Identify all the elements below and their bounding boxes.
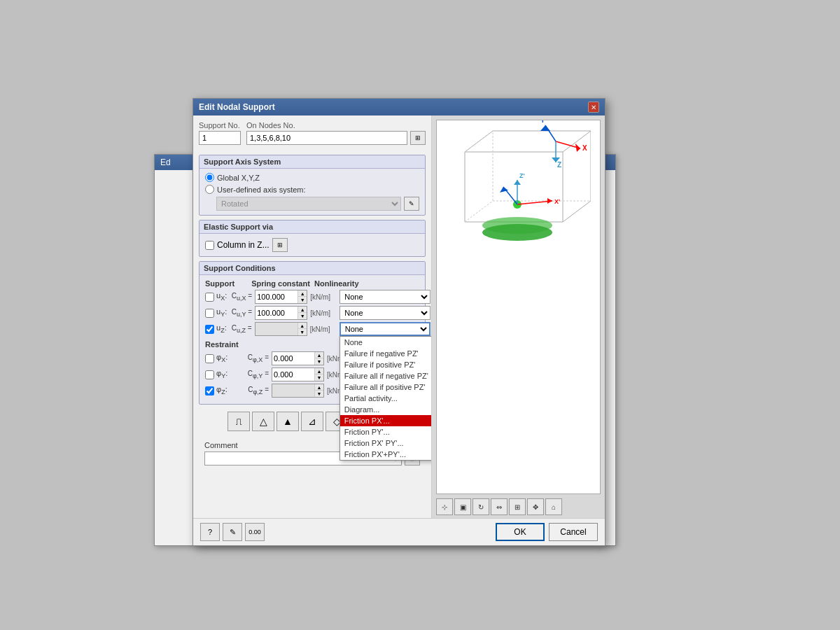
global-axis-row: Global X,Y,Z bbox=[205, 173, 419, 182]
support-conditions-title: Support Conditions bbox=[200, 262, 425, 275]
header-spring: Spring constant bbox=[247, 279, 314, 288]
uy-spin-down[interactable]: ▼ bbox=[298, 313, 307, 319]
support-no-input[interactable] bbox=[199, 131, 241, 145]
ux-checkbox[interactable] bbox=[205, 293, 214, 302]
uy-nonlin-select[interactable]: None bbox=[340, 306, 430, 320]
tool-btn-4[interactable]: ⊿ bbox=[301, 412, 323, 431]
ux-spring-value[interactable] bbox=[255, 290, 298, 303]
phix-check-label: φX: bbox=[205, 353, 244, 363]
svg-line-25 bbox=[517, 201, 552, 204]
help-button[interactable]: ? bbox=[200, 523, 220, 541]
uz-nonlin-select[interactable]: None bbox=[340, 322, 430, 336]
nonlin-item-fail-all-neg-pz[interactable]: Failure all if negative PZ' bbox=[340, 370, 431, 382]
uy-spin-up[interactable]: ▲ bbox=[298, 307, 307, 313]
cancel-button[interactable]: Cancel bbox=[549, 523, 598, 541]
ux-nonlin-select[interactable]: None bbox=[340, 290, 430, 304]
phiy-spin-down[interactable]: ▼ bbox=[315, 374, 323, 381]
vp-btn-rotate[interactable]: ↻ bbox=[472, 498, 489, 515]
nodes-picker-button[interactable]: ⊞ bbox=[410, 131, 426, 145]
nonlin-item-friction-py[interactable]: Friction PY'... bbox=[340, 426, 431, 438]
uy-label: uY: bbox=[216, 307, 227, 318]
uz-spinners: ▲ ▼ bbox=[298, 323, 307, 335]
user-axis-radio[interactable] bbox=[205, 185, 214, 194]
zero-button[interactable]: 0.00 bbox=[245, 523, 265, 541]
phiz-checkbox[interactable] bbox=[205, 386, 214, 396]
tool-btn-2[interactable]: △ bbox=[252, 412, 274, 431]
ok-button[interactable]: OK bbox=[496, 523, 545, 541]
close-button[interactable]: ✕ bbox=[588, 102, 599, 113]
ux-row: uX: Cu,X = ▲ ▼ [kN/m] bbox=[205, 290, 419, 304]
vp-btn-axes[interactable]: ⊹ bbox=[436, 498, 453, 515]
uy-spring-value[interactable] bbox=[255, 307, 298, 319]
phix-spin-down[interactable]: ▼ bbox=[315, 358, 323, 365]
axis-edit-button[interactable]: ✎ bbox=[404, 197, 419, 211]
tool-btn-1[interactable]: ⎍ bbox=[227, 412, 250, 431]
uz-spin-down[interactable]: ▼ bbox=[298, 329, 307, 335]
uz-spin-up[interactable]: ▲ bbox=[298, 323, 307, 329]
nodes-no-input[interactable] bbox=[246, 131, 407, 145]
nonlin-item-diagram[interactable]: Diagram... bbox=[340, 404, 431, 415]
uz-nonlin-dropdown-list[interactable]: None Failure if negative PZ' Failure if … bbox=[340, 336, 431, 461]
uy-row: uY: Cu,Y = ▲ ▼ [kN/m] bbox=[205, 306, 419, 320]
vp-btn-zoom[interactable]: ⊞ bbox=[509, 498, 526, 515]
uz-check-label: uZ: bbox=[205, 323, 227, 334]
elastic-support-content: Column in Z... ⊞ bbox=[200, 234, 425, 256]
nonlin-item-fail-pos-pz[interactable]: Failure if positive PZ' bbox=[340, 359, 431, 370]
vp-btn-reset[interactable]: ⌂ bbox=[545, 498, 562, 515]
phiy-spin-up[interactable]: ▲ bbox=[315, 368, 323, 374]
ux-unit: [kN/m] bbox=[310, 293, 337, 301]
phiy-checkbox[interactable] bbox=[205, 370, 214, 379]
nonlin-item-fail-neg-pz[interactable]: Failure if negative PZ' bbox=[340, 348, 431, 359]
nonlin-item-friction-px-plus-py[interactable]: Friction PX'+PY'... bbox=[340, 449, 431, 460]
phiy-spring-input-wrap: ▲ ▼ bbox=[272, 368, 324, 382]
ux-nonlin-container: None bbox=[340, 290, 430, 304]
dialog-body: Support No. On Nodes No. ⊞ Support Axis … bbox=[193, 115, 605, 518]
global-axis-radio[interactable] bbox=[205, 173, 214, 182]
svg-text:Z': Z' bbox=[519, 172, 525, 179]
ux-label: uX: bbox=[216, 291, 227, 302]
phiy-check-label: φY: bbox=[205, 369, 244, 379]
uy-checkbox[interactable] bbox=[205, 309, 214, 318]
ux-spin-up[interactable]: ▲ bbox=[298, 290, 307, 297]
nonlin-item-fail-all-pos-pz[interactable]: Failure all if positive PZ' bbox=[340, 382, 431, 393]
axis-system-select[interactable]: Rotated bbox=[216, 197, 401, 211]
ux-spring-label: Cu,X = bbox=[230, 292, 252, 302]
nonlin-item-friction-px[interactable]: Friction PX'... bbox=[340, 415, 431, 426]
column-z-checkbox[interactable] bbox=[205, 241, 214, 250]
uz-spring-value[interactable] bbox=[255, 323, 298, 335]
support-no-group: Support No. bbox=[199, 121, 241, 148]
edit-nodal-support-dialog: Edit Nodal Support ✕ Support No. On Node… bbox=[192, 98, 606, 546]
footer-action-buttons: OK Cancel bbox=[496, 523, 598, 541]
user-axis-label: User-defined axis system: bbox=[217, 186, 306, 194]
phix-spring-input-wrap: ▲ ▼ bbox=[272, 351, 324, 365]
ux-spin-down[interactable]: ▼ bbox=[298, 297, 307, 303]
phiz-spring-value[interactable] bbox=[272, 384, 314, 397]
phix-checkbox[interactable] bbox=[205, 354, 214, 363]
phiy-spring-value[interactable] bbox=[272, 368, 314, 381]
footer-left-buttons: ? ✎ 0.00 bbox=[200, 523, 265, 541]
edit-button[interactable]: ✎ bbox=[223, 523, 242, 541]
elastic-support-title: Elastic Support via bbox=[200, 220, 425, 234]
nonlin-item-none[interactable]: None bbox=[340, 337, 431, 348]
svg-marker-14 bbox=[575, 144, 580, 152]
tool-btn-3[interactable]: ▲ bbox=[276, 412, 299, 431]
vp-btn-pan[interactable]: ✥ bbox=[527, 498, 544, 515]
header-support: Support bbox=[205, 279, 247, 288]
column-z-button[interactable]: ⊞ bbox=[272, 238, 288, 252]
vp-btn-mirror[interactable]: ⇔ bbox=[491, 498, 507, 515]
phiz-spin-down[interactable]: ▼ bbox=[315, 391, 323, 397]
phiy-label: φY: bbox=[216, 369, 227, 379]
nonlin-item-partial[interactable]: Partial activity... bbox=[340, 393, 431, 404]
uz-label: uZ: bbox=[216, 323, 227, 334]
header-nonlinearity: Nonlinearity bbox=[314, 279, 419, 288]
uz-checkbox[interactable] bbox=[205, 325, 214, 334]
vp-btn-display[interactable]: ▣ bbox=[454, 498, 471, 515]
phiz-spin-up[interactable]: ▲ bbox=[315, 384, 323, 391]
nonlin-item-friction-px-py[interactable]: Friction PX' PY'... bbox=[340, 438, 431, 449]
uz-spring-input-wrap: ▲ ▼ bbox=[255, 322, 307, 336]
svg-marker-29 bbox=[514, 180, 521, 185]
phix-spin-up[interactable]: ▲ bbox=[315, 352, 323, 358]
phiz-spring-input-wrap: ▲ ▼ bbox=[272, 384, 324, 398]
phiy-spring-label: Cφ,Y = bbox=[246, 370, 269, 379]
phix-spring-value[interactable] bbox=[272, 352, 314, 365]
